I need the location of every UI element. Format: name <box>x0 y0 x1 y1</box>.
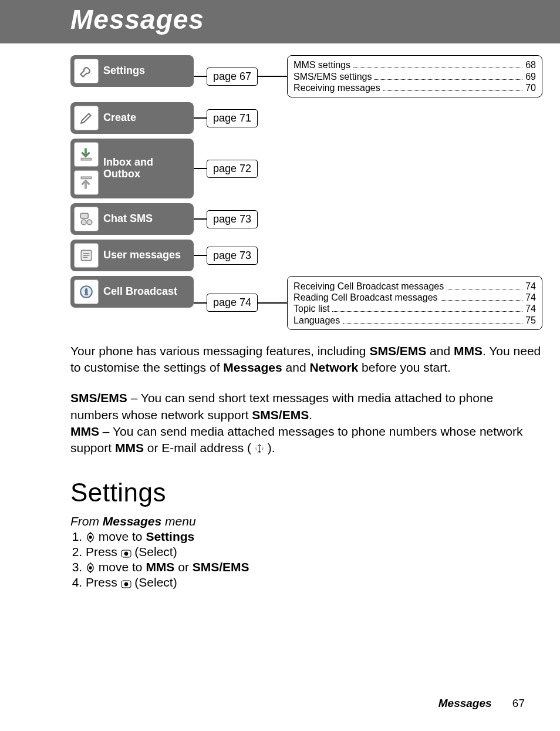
page-ref[interactable]: page 73 <box>207 210 258 228</box>
page-number: 67 <box>512 697 525 709</box>
toc-entry[interactable]: Receiving messages70 <box>294 82 536 93</box>
subtopic-box-settings: MMS settings68 SMS/EMS settings69 Receiv… <box>287 55 542 97</box>
connector-line <box>194 302 207 304</box>
list-icon <box>74 243 99 268</box>
connector-line <box>258 302 287 304</box>
page-ref[interactable]: page 67 <box>207 68 258 86</box>
steps-list: move to Settings Press (Select) move to … <box>70 530 542 589</box>
menu-button-user-messages[interactable]: User messages <box>70 240 194 271</box>
menu-button-create[interactable]: Create <box>70 102 194 134</box>
menu-row-inbox-outbox: Inbox and Outbox page 72 <box>70 139 542 198</box>
menu-label: Cell Broadcast <box>103 286 177 298</box>
footer-section: Messages <box>438 697 492 709</box>
page-ref[interactable]: page 74 <box>207 294 258 312</box>
toc-entry[interactable]: Reading Cell Broadcast messages74 <box>294 292 536 303</box>
section-heading-settings: Settings <box>70 478 542 507</box>
antenna-icon <box>255 443 264 454</box>
from-menu-line: From Messages menu <box>70 514 542 528</box>
step-4: Press (Select) <box>86 575 542 589</box>
menu-label: Inbox and Outbox <box>103 157 189 180</box>
connector-line <box>194 218 207 220</box>
svg-point-3 <box>81 220 86 225</box>
connector-line <box>258 76 287 77</box>
menu-row-create: Create page 71 <box>70 102 542 134</box>
svg-rect-2 <box>80 213 88 218</box>
intro-paragraph-1: Your phone has various messaging feature… <box>70 343 542 376</box>
select-key-icon <box>121 550 131 558</box>
svg-rect-1 <box>81 177 91 178</box>
wrench-icon <box>74 59 99 83</box>
info-icon: i <box>74 279 99 304</box>
menu-row-chat-sms: Chat SMS page 73 <box>70 203 542 235</box>
menu-button-settings[interactable]: Settings <box>70 55 194 87</box>
menu-button-chat-sms[interactable]: Chat SMS <box>70 203 194 235</box>
nav-key-icon <box>86 532 95 543</box>
toc-entry[interactable]: Receiving Cell Broadcast messages74 <box>294 280 536 291</box>
pencil-icon <box>74 106 99 130</box>
svg-point-17 <box>124 552 128 555</box>
page-ref[interactable]: page 72 <box>207 160 258 178</box>
menu-label: Settings <box>103 65 145 77</box>
svg-rect-0 <box>81 159 91 160</box>
outbox-icon <box>74 170 99 195</box>
connector-line <box>194 255 207 256</box>
step-2: Press (Select) <box>86 545 542 559</box>
menu-label: Create <box>103 112 136 124</box>
page-ref[interactable]: page 73 <box>207 247 258 265</box>
svg-point-4 <box>87 220 92 225</box>
menu-row-user-messages: User messages page 73 <box>70 240 542 271</box>
menu-button-inbox-outbox[interactable]: Inbox and Outbox <box>70 139 194 198</box>
menu-row-settings: Settings page 67 MMS settings68 SMS/EMS … <box>70 55 542 97</box>
step-1: move to Settings <box>86 530 542 544</box>
chapter-title: Messages <box>70 4 204 35</box>
toc-entry[interactable]: MMS settings68 <box>294 59 536 70</box>
svg-point-19 <box>89 567 92 569</box>
menu-button-cell-broadcast[interactable]: i Cell Broadcast <box>70 276 194 308</box>
menu-row-cell-broadcast: i Cell Broadcast page 74 Receiving Cell … <box>70 276 542 330</box>
svg-point-23 <box>124 582 128 586</box>
svg-point-13 <box>89 536 92 538</box>
page-ref[interactable]: page 71 <box>207 109 258 127</box>
connector-line <box>194 168 207 169</box>
menu-label: User messages <box>103 250 181 261</box>
step-3: move to MMS or SMS/EMS <box>86 560 542 574</box>
page-footer: Messages 67 <box>438 697 525 710</box>
chapter-header: Messages <box>0 0 560 43</box>
intro-paragraph-2: SMS/EMS – You can send short text messag… <box>70 390 542 456</box>
menu-label: Chat SMS <box>103 213 153 225</box>
toc-entry[interactable]: SMS/EMS settings69 <box>294 70 536 82</box>
select-key-icon <box>121 580 131 588</box>
inbox-icon <box>74 142 99 167</box>
toc-entry[interactable]: Languages75 <box>294 314 536 325</box>
toc-entry[interactable]: Topic list74 <box>294 303 536 314</box>
chat-icon <box>74 207 99 231</box>
connector-line <box>194 117 207 119</box>
subtopic-box-cell-broadcast: Receiving Cell Broadcast messages74 Read… <box>287 276 542 330</box>
connector-line <box>194 76 207 77</box>
svg-text:i: i <box>85 287 87 297</box>
nav-key-icon <box>86 562 95 573</box>
